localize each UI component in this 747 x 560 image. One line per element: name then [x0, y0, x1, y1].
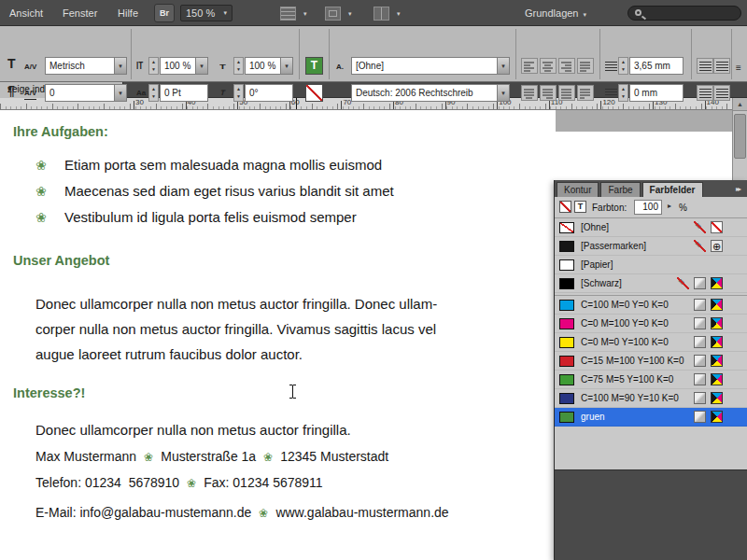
up-arrow-icon[interactable]: ▲ [619, 85, 627, 92]
text-proxy-icon[interactable]: T [574, 201, 586, 213]
skew-input[interactable]: 0° [245, 84, 293, 102]
scrollbar-thumb[interactable] [734, 114, 746, 159]
swatch-row[interactable]: C=100 M=90 Y=10 K=0 [555, 389, 747, 408]
down-arrow-icon[interactable]: ▼ [234, 65, 243, 73]
menu-ansicht[interactable]: Ansicht [9, 7, 43, 19]
swatch-color-chip [559, 412, 574, 423]
text-fill-color-button[interactable]: T [305, 57, 323, 75]
bullet-item: ❀Vestibulum id ligula porta felis euismo… [35, 209, 357, 225]
up-arrow-icon[interactable]: ▲ [619, 58, 627, 65]
flower-separator-icon: ❀ [259, 507, 268, 520]
menu-hilfe[interactable]: Hilfe [118, 7, 138, 19]
search-input[interactable] [627, 6, 741, 21]
chevron-down-icon[interactable]: ▾ [195, 57, 208, 75]
justify-last-left-button[interactable] [577, 58, 594, 74]
flower-bullet-icon: ❀ [35, 210, 64, 225]
swatch-row[interactable]: gruen [555, 408, 747, 427]
language-select[interactable]: Deutsch: 2006 Rechtschreib ▾ [351, 84, 510, 102]
baseline-shift-input[interactable]: 0 Pt [160, 84, 208, 102]
vertical-scale-value: 100 % [164, 61, 190, 71]
vertical-scale-stepper[interactable]: ▲▼ [148, 57, 159, 75]
baseline-shift-stepper[interactable]: ▲▼ [148, 84, 159, 102]
indent-stepper[interactable]: ▲▼ [618, 57, 628, 75]
up-arrow-icon[interactable]: ▲ [149, 85, 158, 92]
swatch-row[interactable]: [Papier] [555, 256, 747, 274]
down-arrow-icon[interactable]: ▼ [619, 65, 627, 73]
tab-farbe[interactable]: Farbe [600, 182, 640, 197]
down-arrow-icon[interactable]: ▼ [149, 92, 158, 100]
contact-text: www.galabau-mustermann.de [275, 505, 448, 520]
tab-farbfelder[interactable]: Farbfelder [642, 182, 703, 197]
menu-fenster[interactable]: Fenster [63, 7, 97, 19]
paragraph-icon-button[interactable] [697, 85, 713, 101]
up-arrow-icon[interactable]: ▲ [149, 58, 158, 65]
zoom-level-select[interactable]: 150 % ▾ [180, 5, 233, 21]
swatch-row[interactable]: C=15 M=100 Y=100 K=0 [555, 352, 747, 371]
up-arrow-icon[interactable]: ▲ [234, 58, 243, 65]
swatch-row[interactable]: C=0 M=100 Y=0 K=0 [555, 315, 747, 333]
chevron-down-icon[interactable]: ▾ [280, 57, 293, 75]
tracking-select[interactable]: 0 ▾ [45, 84, 127, 102]
text-stroke-color-button[interactable] [305, 84, 323, 102]
justify-last-center-button[interactable] [521, 85, 538, 101]
align-right-button[interactable] [558, 58, 575, 74]
vertical-scale-input[interactable]: 100 % ▾ [160, 57, 208, 75]
align-center-button[interactable] [540, 58, 557, 74]
horizontal-scale-input[interactable]: 100 % ▾ [245, 57, 293, 75]
fill-proxy-icon[interactable] [559, 201, 571, 213]
indent-field-2[interactable]: 0 mm [629, 84, 684, 102]
horizontal-scale-stepper[interactable]: ▲▼ [233, 57, 244, 75]
paragraph-formatting-icon[interactable]: ¶ [7, 86, 15, 95]
align-left-button[interactable] [521, 58, 538, 74]
ruler-major-tick [341, 101, 342, 109]
character-formatting-icon[interactable]: T [7, 59, 16, 68]
tab-kontur[interactable]: Kontur [557, 182, 599, 197]
tint-label: Farbton: [592, 203, 627, 213]
down-arrow-icon[interactable]: ▼ [234, 92, 243, 100]
swatch-name: [Passermarken] [581, 241, 646, 251]
swatch-row[interactable]: C=75 M=5 Y=100 K=0 [555, 371, 747, 389]
interest-line: Donec ullamcorper nulla non metus auctor… [35, 422, 351, 438]
up-arrow-icon[interactable]: ▲ [234, 85, 243, 92]
gray-frame[interactable] [556, 110, 732, 132]
view-options-button[interactable]: ▾ [280, 5, 307, 21]
down-arrow-icon[interactable]: ▼ [149, 65, 158, 73]
indent-field-1[interactable]: 3,65 mm [629, 57, 684, 75]
ruler-major-tick [445, 101, 446, 109]
paragraph-icon-button[interactable] [697, 58, 713, 74]
chevron-down-icon[interactable]: ▾ [497, 84, 510, 102]
tint-slider-arrow-icon[interactable]: ▸ [668, 202, 671, 210]
scroll-up-icon[interactable]: ▲ [733, 98, 747, 111]
down-arrow-icon[interactable]: ▼ [619, 92, 627, 100]
justify-last-right-button[interactable] [540, 85, 557, 101]
skew-stepper[interactable]: ▲▼ [233, 84, 244, 102]
justify-last-right-icon [543, 89, 554, 99]
process-icon [694, 277, 706, 289]
paragraph-icon-button[interactable] [713, 85, 730, 101]
justify-all-button[interactable] [558, 85, 575, 101]
control-panel-menu-icon[interactable]: ≡ [736, 63, 741, 73]
arrange-documents-button[interactable]: ▾ [374, 5, 401, 21]
swatch-row[interactable]: [Ohne]✎ [555, 218, 747, 237]
workspace-switcher[interactable]: Grundlagen▾ [525, 7, 586, 19]
separator [515, 29, 516, 79]
bullet-text: Etiam porta sem malesuada magna mollis e… [64, 157, 382, 173]
swatch-row[interactable]: [Passermarken]✎⊕ [555, 237, 747, 256]
swatch-row[interactable]: C=0 M=0 Y=100 K=0 [555, 333, 747, 352]
chevron-down-icon[interactable]: ▾ [497, 57, 510, 75]
kerning-select[interactable]: Metrisch ▾ [45, 57, 127, 75]
swatch-row[interactable]: C=100 M=0 Y=0 K=0 [555, 296, 747, 315]
bridge-button[interactable]: Br [154, 4, 175, 22]
indent-stepper[interactable]: ▲▼ [618, 84, 628, 102]
align-to-spine-button[interactable] [577, 85, 594, 101]
indent-value-1: 3,65 mm [634, 61, 670, 71]
character-style-select[interactable]: [Ohne] ▾ [351, 57, 510, 75]
separator [691, 29, 692, 79]
chevron-down-icon[interactable]: ▾ [114, 84, 127, 102]
chevron-down-icon[interactable]: ▾ [114, 57, 127, 75]
tint-input[interactable]: 100 [634, 200, 662, 215]
screen-mode-button[interactable]: ▾ [325, 5, 352, 21]
collapse-panel-icon[interactable]: ▸▸ [736, 182, 740, 197]
swatch-row[interactable]: [Schwarz]✎ [555, 274, 747, 293]
paragraph-icon-button[interactable] [713, 58, 730, 74]
